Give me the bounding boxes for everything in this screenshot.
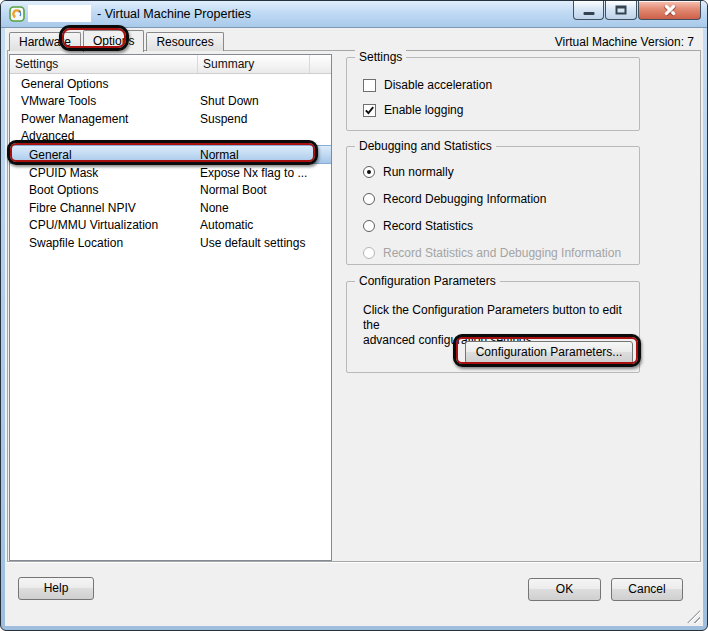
configuration-parameters-groupbox: Configuration Parameters Click the Confi… (346, 281, 640, 373)
setting-name: VMware Tools (10, 94, 96, 108)
radio-row-run-normally[interactable]: Run normally (363, 165, 639, 179)
setting-name: Boot Options (10, 183, 98, 197)
list-row-swapfile-location[interactable]: Swapfile LocationUse default settings (10, 234, 331, 252)
radio-label: Record Debugging Information (383, 192, 546, 206)
radio-label: Record Statistics (383, 219, 473, 233)
minimize-icon (583, 12, 594, 15)
column-header-stub (310, 55, 331, 73)
close-icon (663, 4, 676, 17)
setting-summary: Normal Boot (200, 183, 267, 197)
list-row-general[interactable]: GeneralNormal (10, 145, 331, 164)
list-row-vmware-tools[interactable]: VMware ToolsShut Down (10, 93, 331, 111)
window-title: - Virtual Machine Properties (97, 7, 251, 21)
list-row-general-options[interactable]: General Options (10, 75, 331, 93)
radio-label: Record Statistics and Debugging Informat… (383, 246, 621, 260)
settings-list-rows: General OptionsVMware ToolsShut DownPowe… (10, 74, 331, 252)
setting-summary: Automatic (200, 218, 253, 232)
radio-row-record-statistics-and-debugging-information: Record Statistics and Debugging Informat… (363, 246, 639, 260)
selected-radio-icon[interactable] (363, 166, 375, 178)
resize-grip-icon[interactable] (687, 610, 700, 623)
titlebar[interactable]: - Virtual Machine Properties (1, 1, 707, 28)
ok-button[interactable]: OK (528, 578, 601, 601)
checkbox-label: Disable acceleration (384, 78, 492, 92)
checkbox-label: Enable logging (384, 103, 463, 117)
radio-icon[interactable] (363, 193, 375, 205)
settings-group-title: Settings (355, 50, 406, 64)
setting-summary: Expose Nx flag to ... (200, 166, 307, 180)
setting-name: Advanced (10, 129, 74, 143)
setting-name: Fibre Channel NPIV (10, 201, 136, 215)
close-button[interactable] (638, 1, 701, 20)
settings-list-header: SettingsSummary (10, 55, 331, 74)
checked-checkbox-icon[interactable] (363, 104, 376, 117)
vm-version-label: Virtual Machine Version: 7 (555, 35, 694, 49)
checkbox-row-enable-logging[interactable]: Enable logging (363, 103, 639, 117)
tab-resources[interactable]: Resources (146, 32, 223, 51)
debugging-groupbox: Debugging and Statistics Run normallyRec… (346, 146, 640, 265)
configuration-parameters-button[interactable]: Configuration Parameters... (465, 341, 633, 364)
help-button[interactable]: Help (18, 577, 94, 600)
radio-label: Run normally (383, 165, 454, 179)
setting-name: Swapfile Location (10, 236, 123, 250)
setting-name: General Options (10, 77, 108, 91)
tab-options[interactable]: Options (83, 30, 144, 52)
settings-checkbox-list: Disable accelerationEnable logging (347, 78, 639, 117)
column-header-settings[interactable]: Settings (10, 55, 198, 73)
settings-groupbox: Settings Disable accelerationEnable logg… (346, 57, 640, 131)
minimize-button[interactable] (573, 1, 604, 20)
radio-row-record-debugging-information[interactable]: Record Debugging Information (363, 192, 639, 206)
radio-icon (363, 247, 375, 259)
list-row-boot-options[interactable]: Boot OptionsNormal Boot (10, 182, 331, 200)
setting-summary: Suspend (200, 112, 247, 126)
tab-bar: HardwareOptionsResources (9, 30, 226, 51)
configuration-group-title: Configuration Parameters (355, 274, 500, 288)
list-row-fibre-channel-npiv[interactable]: Fibre Channel NPIVNone (10, 199, 331, 217)
setting-summary: None (200, 201, 229, 215)
cancel-button[interactable]: Cancel (611, 578, 683, 601)
setting-summary: Normal (200, 148, 239, 162)
list-row-cpu-mmu-virtualization[interactable]: CPU/MMU VirtualizationAutomatic (10, 217, 331, 235)
setting-name: CPUID Mask (10, 166, 98, 180)
tab-hardware[interactable]: Hardware (9, 32, 81, 51)
setting-name: General (10, 148, 72, 162)
configuration-description-line1: Click the Configuration Parameters butto… (363, 303, 623, 333)
column-header-summary[interactable]: Summary (198, 55, 310, 73)
maximize-button[interactable] (605, 1, 637, 20)
redacted-vm-name (28, 5, 91, 22)
dialog-client-area: HardwareOptionsResources Virtual Machine… (5, 28, 703, 626)
checkbox-row-disable-acceleration[interactable]: Disable acceleration (363, 78, 639, 92)
unchecked-checkbox-icon[interactable] (363, 79, 376, 92)
vmware-logo-icon (9, 6, 25, 22)
radio-row-record-statistics[interactable]: Record Statistics (363, 219, 639, 233)
debugging-group-title: Debugging and Statistics (355, 139, 496, 153)
list-row-advanced[interactable]: Advanced (10, 128, 331, 146)
setting-name: CPU/MMU Virtualization (10, 218, 158, 232)
setting-summary: Shut Down (200, 94, 259, 108)
virtual-machine-properties-window: - Virtual Machine Properties HardwareOpt… (0, 0, 708, 631)
settings-list: SettingsSummary General OptionsVMware To… (9, 54, 332, 561)
radio-icon[interactable] (363, 220, 375, 232)
list-row-power-management[interactable]: Power ManagementSuspend (10, 110, 331, 128)
setting-summary: Use default settings (200, 236, 305, 250)
list-row-cpuid-mask[interactable]: CPUID MaskExpose Nx flag to ... (10, 164, 331, 182)
setting-name: Power Management (10, 112, 128, 126)
debugging-radio-list: Run normallyRecord Debugging Information… (347, 165, 639, 260)
maximize-icon (616, 6, 627, 15)
